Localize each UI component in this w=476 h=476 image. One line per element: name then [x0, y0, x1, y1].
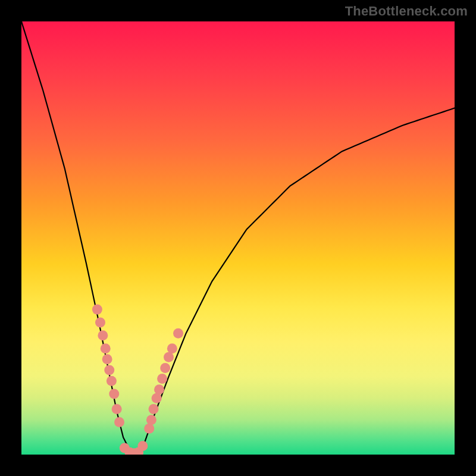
bottleneck-curve — [21, 21, 455, 455]
data-dot — [144, 424, 154, 434]
data-dot — [109, 389, 119, 399]
data-dot — [157, 374, 167, 384]
data-dot — [101, 343, 111, 353]
watermark-text: TheBottleneck.com — [345, 4, 468, 19]
data-dot — [173, 328, 183, 339]
data-dot — [104, 365, 114, 375]
data-dot — [102, 354, 112, 364]
data-dot — [146, 415, 156, 425]
data-dot — [92, 305, 102, 315]
chart-svg — [21, 21, 455, 455]
data-dot — [149, 404, 159, 414]
data-dot — [95, 317, 105, 327]
data-dot — [98, 330, 108, 340]
data-dot — [154, 384, 164, 394]
data-dot — [167, 343, 177, 353]
plot-area — [21, 21, 455, 455]
data-dot — [114, 417, 124, 427]
data-dot — [152, 393, 162, 403]
data-dot — [107, 376, 117, 386]
data-dot — [137, 441, 148, 451]
data-dots — [92, 305, 183, 455]
data-dot — [164, 352, 174, 362]
data-dot — [112, 404, 122, 414]
outer-frame: TheBottleneck.com — [0, 0, 476, 476]
data-dot — [160, 363, 170, 373]
